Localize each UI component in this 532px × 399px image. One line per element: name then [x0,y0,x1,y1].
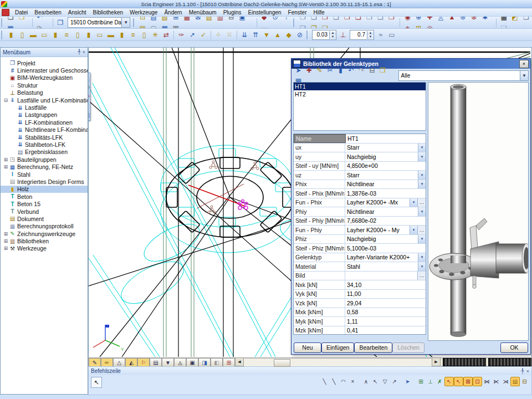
render-icon[interactable]: ⊛ [457,17,468,23]
menu-item-bibliotheken[interactable]: Bibliotheken [90,9,126,16]
property-row[interactable]: Mzk [kNm]0,41 [294,326,426,335]
close-icon[interactable]: × [83,49,85,55]
member-labels-icon[interactable]: ✚ [424,17,435,23]
cross-section-icon[interactable]: ▬ [28,29,39,40]
grid-view-icon[interactable]: ⊞ [223,358,235,367]
angle-icon[interactable]: ⊥ [337,29,349,40]
save-view-icon[interactable]: ▦ [498,17,509,23]
vertex-icon[interactable]: ∧ [361,377,371,386]
dropdown-button[interactable]: ▾ [418,171,426,180]
dropdown-button[interactable]: ▾ [418,144,426,152]
menu-item-hilfe[interactable]: Hilfe [310,9,328,16]
line-grid-snap-icon[interactable]: ⊥ [426,377,435,386]
calculator-icon[interactable]: ▦ [159,23,170,29]
view-window-icon[interactable]: ❏ [352,17,364,23]
zoom-window-icon[interactable]: ⊜ [88,91,91,101]
sidebar-item-dokument[interactable]: ⊞▤Dokument [1,215,88,222]
property-row[interactable]: Steif - Phiy [MNm/rad]7,6680e-02 [294,217,426,226]
property-row[interactable]: Vyk [kN]11,00 [294,290,426,299]
center-icon[interactable]: ◎ [424,23,435,29]
monitor-view-icon[interactable]: ◫ [88,110,91,120]
property-row[interactable]: Steif - Phiz [MNm/rad]5,1000e-03 [294,244,426,253]
sidebar-item-stahl[interactable]: ⊞IStahl [1,171,88,178]
dot-grid-snap-icon[interactable]: ⊞ [416,377,426,386]
factor-spinner[interactable]: 0.7 ▲▼ [350,30,374,40]
property-row[interactable]: uzStarr▾ [294,171,426,180]
snap-list-icon[interactable]: ⊟ [520,377,529,386]
menu-item-einstellungen[interactable]: Einstellungen [245,9,285,16]
local-axes-icon[interactable]: ✱ [479,17,490,23]
dropdown-button[interactable]: ▾ [410,198,417,207]
cross-section-icon[interactable]: ▮ [116,29,127,40]
open-icon[interactable]: ❒ [377,65,388,75]
draw-arc-icon[interactable]: ◠ [339,377,348,386]
filter-combo[interactable]: Alle ▼ [398,70,529,81]
property-row[interactable]: Vzk [kN]29,04 [294,299,426,308]
sidebar-item-integriertes-design-forms[interactable]: ⊞▤Integriertes Design Forms [1,178,88,185]
hidden-lines-icon[interactable]: ◬ [174,358,186,367]
undo-icon[interactable]: ↶ [346,65,356,75]
sidebar-item-linienraster-und-geschosse[interactable]: ⊞#Linienraster und Geschosse [1,66,88,74]
snap-mode-icon[interactable]: ✑ [176,29,187,40]
menu-item-ändern[interactable]: Ändern [161,9,185,16]
mesh-icon[interactable]: ▦ [181,17,192,23]
property-row[interactable]: NameHT1 [294,134,426,144]
property-row[interactable]: MaterialStahl▾ [294,262,426,272]
sidebar-item-zeichnungswerkzeuge[interactable]: ⊞✎Zeichnungswerkzeuge [1,230,88,237]
pen-color-icon[interactable]: ✏ [101,358,113,367]
cross-section-icon[interactable]: ▭ [94,29,105,40]
mirror-icon[interactable]: ▲ [272,29,283,40]
abc-off-icon[interactable]: ▼ [162,358,174,367]
sidebar-item-verbund[interactable]: ⊞TVerbund [1,208,88,215]
view-window-icon[interactable]: ❏ [319,23,330,29]
snap-endpoint-icon[interactable]: ↖ [444,377,454,386]
combo-arrow-icon[interactable]: ▼ [520,71,528,80]
sidebar-item-holz[interactable]: ⊞▮Holz [1,186,88,193]
view-window-icon[interactable]: ❐ [341,17,352,23]
disconnect-nodes-icon[interactable]: ⁙ [224,29,235,40]
snap-orthogonal-icon[interactable]: ⊡ [473,377,482,386]
sidebar-item-nichtlineare-lf-kombinationen[interactable]: ⊞⇊Nichtlineare LF-Kombinationen [1,126,88,134]
cross-section-icon[interactable]: ▯ [139,29,150,40]
property-row[interactable]: Fun - PhixLayher K2000+ -Mx▾… [294,198,426,208]
node-labels-icon[interactable]: ⊕ [413,17,424,23]
openings-icon[interactable]: ⊞ [170,17,181,23]
load-panels-icon[interactable]: ▧ [159,17,170,23]
save-icon[interactable]: ▦ [5,23,16,29]
pen-settings-icon[interactable]: ✎ [89,358,101,367]
factor-value[interactable]: 0.7 [350,32,367,38]
support-display-icon[interactable]: ◬ [435,17,446,23]
cross-section-icon[interactable]: ▬ [105,29,116,40]
pin-icon[interactable]: ╀ [521,369,524,374]
scrollbar-thumb[interactable] [274,359,290,367]
property-row[interactable]: uxStarr▾ [294,144,426,153]
render-mode-icon[interactable]: ▣ [186,358,198,367]
sidebar-item-projekt[interactable]: ⊞❐Projekt [1,59,88,66]
tree-expander-icon[interactable]: ⊞ [3,164,9,170]
members-icon[interactable]: ⊡ [137,17,148,23]
property-row[interactable]: GelenktypLayher-Variante K2000+▾ [294,253,426,263]
flag-icon[interactable]: ⚐ [137,358,150,367]
view-window-icon[interactable]: ❏ [308,17,319,23]
dropdown-button[interactable]: ▾ [418,152,426,161]
activity-icon[interactable]: ◆ [259,17,270,23]
view-window-icon[interactable]: ❐ [319,17,330,23]
dropdown-button[interactable]: ▾ [418,207,426,216]
snap-arc-icon[interactable]: ⋉ [492,377,501,386]
palette-icon[interactable]: ◩ [509,17,520,23]
direction-ne-icon[interactable]: ↗ [390,377,399,386]
view-window-icon[interactable]: ❐ [386,17,397,23]
dropdown-button[interactable]: ▾ [418,180,426,189]
new-document-icon[interactable]: ❏ [5,17,16,23]
sidebar-item-stabilitäts-lfk[interactable]: ⊞⇊Stabilitäts-LFK [1,134,88,141]
chart-icon[interactable]: ◭ [125,358,137,367]
toolbar-grip[interactable] [133,18,136,27]
direction-nw-icon[interactable]: ↖ [371,377,380,386]
sidebar-item-ergebnisklassen[interactable]: ⊞▤Ergebnisklassen [1,149,88,156]
table-icon[interactable]: ▭ [386,29,397,40]
cross-section-icon[interactable]: ≡ [127,29,139,40]
scale-value[interactable]: 0.03 [313,32,329,38]
close-viewport-icon[interactable]: ❐ [55,17,66,28]
shrink-members-icon[interactable]: ⊗ [468,17,479,23]
property-row[interactable]: PhiyNichtlinear▾ [294,207,426,217]
